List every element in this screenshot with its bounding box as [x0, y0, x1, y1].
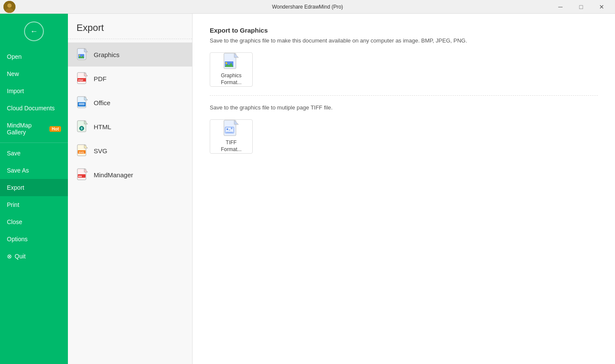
sidebar-label-quit: Quit: [15, 253, 26, 260]
sidebar-item-close[interactable]: Close: [0, 213, 68, 231]
svg-marker-30: [234, 53, 239, 58]
sidebar-item-save[interactable]: Save: [0, 145, 68, 162]
sidebar-label-close: Close: [7, 218, 22, 225]
sidebar-item-save-as[interactable]: Save As: [0, 162, 68, 179]
mindmanager-label: MindManager: [94, 171, 133, 179]
sidebar-item-options[interactable]: Options: [0, 231, 68, 248]
tiff-card-label: TIFFFormat...: [221, 140, 242, 153]
graphics-label: Graphics: [94, 51, 119, 58]
export-item-html[interactable]: HTML: [68, 115, 192, 139]
export-item-pdf[interactable]: PDF PDF: [68, 67, 192, 91]
sidebar-label-save-as: Save As: [7, 167, 29, 174]
graphics-file-icon: [76, 48, 89, 61]
svg-file-icon: SVG: [76, 144, 89, 158]
svg-point-1: [7, 3, 12, 8]
section2-description: Save to the graphics file to mutiple pag…: [210, 104, 598, 111]
export-panel-title: Export: [68, 22, 192, 39]
svg-text:PDF: PDF: [78, 79, 83, 82]
back-icon: ←: [30, 27, 38, 36]
quit-icon: ⊗: [7, 253, 12, 260]
window-controls: ─ □ ✕: [551, 0, 612, 14]
svg-text:SVG: SVG: [79, 151, 84, 154]
sidebar-label-mindmap-gallery: MindMap Gallery: [7, 122, 47, 136]
graphics-format-cards: GraphicsFormat...: [210, 52, 598, 87]
sidebar-divider: [0, 143, 68, 143]
app-body: ← Open New Import Cloud Documents MindMa…: [0, 14, 615, 364]
avatar: [3, 1, 15, 13]
export-item-office[interactable]: Office: [68, 91, 192, 115]
svg-point-39: [231, 127, 233, 129]
sidebar-item-import[interactable]: Import: [0, 82, 68, 100]
svg-text:MM: MM: [78, 175, 82, 178]
sidebar-item-export[interactable]: Export: [0, 179, 68, 196]
pdf-label: PDF: [94, 75, 107, 82]
hot-badge: Hot: [49, 126, 61, 132]
svg-label: SVG: [94, 147, 107, 155]
content-area: Export to Graphics Save to the graphics …: [193, 14, 615, 364]
tiff-format-cards: TIFFFormat...: [210, 119, 598, 154]
sidebar-item-cloud[interactable]: Cloud Documents: [0, 100, 68, 117]
svg-marker-35: [234, 120, 239, 124]
sidebar-label-open: Open: [7, 53, 21, 60]
sidebar-label-import: Import: [7, 88, 24, 94]
close-button[interactable]: ✕: [592, 0, 612, 14]
sidebar-label-print: Print: [7, 201, 19, 208]
sidebar: ← Open New Import Cloud Documents MindMa…: [0, 14, 68, 364]
svg-rect-16: [79, 104, 85, 105]
tiff-card-icon: [223, 120, 239, 137]
html-label: HTML: [94, 123, 111, 130]
svg-rect-20: [81, 127, 83, 130]
svg-point-7: [79, 55, 80, 56]
svg-point-37: [226, 128, 228, 130]
graphics-card-icon: [223, 53, 239, 70]
export-item-mindmanager[interactable]: MM MindManager: [68, 163, 192, 187]
svg-rect-15: [79, 103, 85, 104]
window-title: Wondershare EdrawMind (Pro): [272, 4, 343, 10]
sidebar-label-export: Export: [7, 184, 24, 191]
sidebar-label-save: Save: [7, 150, 21, 157]
sidebar-label-options: Options: [7, 236, 28, 243]
export-panel: Export Graphics PDF: [68, 14, 193, 364]
title-bar: Wondershare EdrawMind (Pro) ─ □ ✕: [0, 0, 615, 14]
sidebar-item-quit[interactable]: ⊗ Quit: [0, 248, 68, 265]
sidebar-label-new: New: [7, 70, 19, 77]
export-item-svg[interactable]: SVG SVG: [68, 139, 192, 163]
svg-point-38: [229, 130, 230, 131]
office-label: Office: [94, 99, 110, 106]
pdf-file-icon: PDF: [76, 72, 89, 85]
sidebar-item-mindmap-gallery[interactable]: MindMap Gallery Hot: [0, 117, 68, 141]
maximize-button[interactable]: □: [571, 0, 591, 14]
graphics-card-label: GraphicsFormat...: [221, 73, 242, 86]
html-file-icon: [76, 120, 89, 133]
back-button[interactable]: ←: [24, 21, 44, 41]
tiff-format-card[interactable]: TIFFFormat...: [210, 119, 253, 154]
sidebar-item-open[interactable]: Open: [0, 48, 68, 65]
office-file-icon: [76, 96, 89, 109]
sidebar-item-new[interactable]: New: [0, 65, 68, 82]
graphics-format-card[interactable]: GraphicsFormat...: [210, 52, 253, 87]
export-item-graphics[interactable]: Graphics: [68, 42, 192, 67]
sidebar-item-print[interactable]: Print: [0, 196, 68, 213]
svg-point-33: [226, 62, 227, 64]
section1-description: Save to the graphics file to make this d…: [210, 37, 598, 44]
sidebar-label-cloud: Cloud Documents: [7, 105, 55, 112]
minimize-button[interactable]: ─: [551, 0, 570, 14]
content-divider: [210, 95, 598, 96]
section1-title: Export to Graphics: [210, 27, 598, 34]
mindmanager-file-icon: MM: [76, 168, 89, 182]
